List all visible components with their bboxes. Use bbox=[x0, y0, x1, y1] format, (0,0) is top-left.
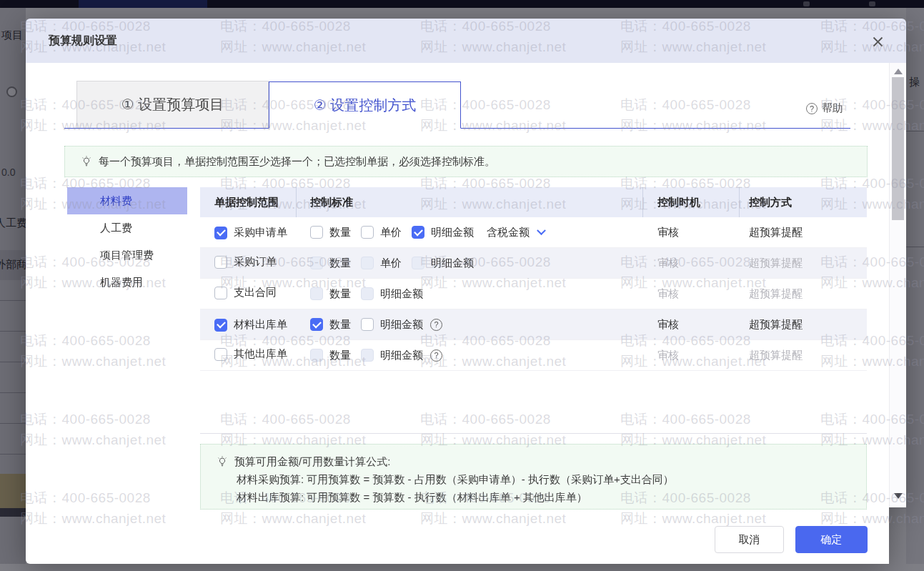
checkbox-label: 明细金额 bbox=[380, 349, 423, 362]
standard-checkbox[interactable]: 数量 bbox=[310, 226, 351, 239]
checkbox-label: 支出合同 bbox=[234, 286, 277, 299]
table-header-row: 单据控制范围 控制标准 控制时机 控制方式 bbox=[200, 187, 867, 217]
tab-set-budget-items[interactable]: ① 设置预算项目 bbox=[76, 81, 269, 128]
bulb-icon bbox=[81, 156, 92, 167]
close-icon bbox=[872, 36, 884, 48]
standard-checkbox[interactable]: 明细金额 bbox=[361, 318, 423, 332]
dialog-body: ① 设置预算项目 ② 设置控制方式 ? 帮助 bbox=[26, 63, 889, 564]
document-checkbox[interactable]: 材料出库单 bbox=[214, 318, 287, 332]
sidebar-budget-item[interactable]: 项目管理费 bbox=[67, 242, 187, 269]
help-circle-icon[interactable]: ? bbox=[430, 319, 442, 331]
confirm-button[interactable]: 确定 bbox=[795, 526, 868, 553]
checkbox-label: 数量 bbox=[329, 349, 351, 362]
checkbox-label: 数量 bbox=[329, 318, 351, 332]
budget-rules-dialog: 预算规则设置 ① 设置预算项目 ② 设置控制方式 ? 帮助 bbox=[26, 19, 906, 564]
checkbox-box bbox=[310, 349, 323, 362]
checkbox-label: 数量 bbox=[329, 226, 351, 239]
table-row: 支出合同数量明细金额审核超预算提醒 bbox=[200, 279, 867, 309]
checkbox-box bbox=[214, 227, 227, 239]
sidebar-budget-item[interactable]: 机器费用 bbox=[67, 269, 187, 296]
checkbox-label: 单价 bbox=[380, 257, 402, 270]
header-control-standard: 控制标准 bbox=[297, 187, 643, 217]
control-standard-cell: 数量明细金额? bbox=[297, 318, 643, 332]
standard-checkbox[interactable]: 单价 bbox=[361, 257, 402, 270]
standard-checkbox[interactable]: 明细金额 bbox=[412, 226, 474, 239]
checkbox-label: 采购订单 bbox=[234, 255, 277, 269]
scroll-down-icon[interactable] bbox=[894, 493, 903, 499]
table-row: 其他出库单数量明细金额?审核超预算提醒 bbox=[200, 340, 867, 371]
checkbox-box bbox=[412, 226, 424, 239]
dialog-scrollbar[interactable] bbox=[889, 63, 906, 507]
help-circle-icon[interactable]: ? bbox=[430, 349, 442, 362]
control-timing-value: 审核 bbox=[643, 226, 740, 239]
doc-scope-cell: 材料出库单 bbox=[200, 317, 297, 332]
wizard-tabs: ① 设置预算项目 ② 设置控制方式 ? 帮助 bbox=[64, 81, 850, 129]
tab-set-control-method[interactable]: ② 设置控制方式 bbox=[269, 81, 461, 129]
formula-line: 材料采购预算: 可用预算数 = 预算数 - 占用数（采购申请单）- 执行数（采购… bbox=[201, 470, 866, 488]
content-row: 材料费人工费项目管理费机器费用 单据控制范围 控制标准 控制时机 控制方式 采购… bbox=[67, 187, 889, 434]
control-standard-cell: 数量明细金额? bbox=[297, 349, 643, 362]
checkbox-box bbox=[361, 318, 374, 331]
checkbox-label: 明细金额 bbox=[380, 287, 423, 301]
control-standard-cell: 数量单价明细金额含税金额 bbox=[297, 226, 643, 239]
scrollbar-thumb[interactable] bbox=[892, 77, 904, 220]
sidebar-budget-item[interactable]: 人工费 bbox=[67, 214, 187, 242]
tax-amount-dropdown[interactable]: 含税金额 bbox=[487, 226, 545, 239]
checkbox-box bbox=[214, 256, 227, 269]
table-rows: 采购申请单数量单价明细金额含税金额审核超预算提醒采购订单数量单价明细金额审核超预… bbox=[200, 217, 867, 371]
checkbox-box bbox=[361, 349, 374, 362]
chevron-down-icon bbox=[537, 226, 546, 235]
checkbox-box bbox=[361, 257, 374, 269]
checkbox-label: 明细金额 bbox=[431, 226, 474, 239]
formula-title-row: 预算可用金额/可用数量计算公式: bbox=[201, 452, 866, 470]
checkbox-label: 明细金额 bbox=[431, 257, 474, 270]
standard-checkbox[interactable]: 明细金额 bbox=[361, 287, 423, 301]
doc-scope-cell: 采购订单 bbox=[200, 255, 297, 271]
checkbox-label: 采购申请单 bbox=[234, 226, 287, 239]
standard-checkbox[interactable]: 单价 bbox=[361, 226, 402, 239]
checkbox-label: 明细金额 bbox=[380, 318, 423, 332]
checkbox-box bbox=[310, 287, 323, 300]
cancel-button[interactable]: 取消 bbox=[715, 526, 784, 553]
screen: 项目 0.0 人工费 外部商 操 预算规则设置 bbox=[0, 0, 924, 571]
checkbox-box bbox=[214, 348, 227, 361]
sidebar-budget-item[interactable]: 材料费 bbox=[67, 187, 187, 214]
dialog-footer: 取消 确定 bbox=[26, 510, 889, 553]
notice-banner: 每一个预算项目，单据控制范围至少选择一个；已选控制单据，必须选择控制标准。 bbox=[64, 146, 868, 177]
control-standard-cell: 数量单价明细金额 bbox=[297, 257, 643, 270]
control-timing-value: 审核 bbox=[643, 349, 740, 362]
standard-checkbox[interactable]: 数量 bbox=[310, 318, 351, 332]
control-method-value: 超预算提醒 bbox=[740, 226, 867, 239]
help-link[interactable]: ? 帮助 bbox=[806, 101, 843, 115]
checkbox-box bbox=[310, 318, 323, 331]
standard-checkbox[interactable]: 数量 bbox=[310, 287, 351, 301]
table-row: 材料出库单数量明细金额?审核超预算提醒 bbox=[200, 309, 867, 340]
budget-item-list: 材料费人工费项目管理费机器费用 bbox=[67, 187, 187, 434]
close-button[interactable] bbox=[869, 33, 886, 50]
document-checkbox[interactable]: 采购订单 bbox=[214, 255, 277, 269]
notice-text: 每一个预算项目，单据控制范围至少选择一个；已选控制单据，必须选择控制标准。 bbox=[99, 155, 495, 169]
table-empty-space bbox=[200, 371, 867, 433]
control-method-value: 超预算提醒 bbox=[740, 318, 867, 332]
checkbox-box bbox=[310, 257, 323, 269]
checkbox-label: 数量 bbox=[329, 257, 351, 270]
checkbox-box bbox=[412, 257, 424, 269]
checkbox-box bbox=[214, 287, 227, 299]
checkbox-box bbox=[361, 226, 374, 239]
checkbox-box bbox=[361, 287, 374, 300]
control-timing-value: 审核 bbox=[643, 318, 740, 332]
checkbox-label: 其他出库单 bbox=[234, 347, 287, 361]
document-checkbox[interactable]: 支出合同 bbox=[214, 286, 277, 299]
control-method-value: 超预算提醒 bbox=[740, 257, 867, 270]
checkbox-box bbox=[310, 226, 323, 239]
scroll-up-icon[interactable] bbox=[894, 69, 903, 74]
bulb-icon bbox=[217, 456, 228, 467]
checkbox-label: 数量 bbox=[329, 287, 351, 301]
standard-checkbox[interactable]: 数量 bbox=[310, 349, 351, 362]
standard-checkbox[interactable]: 明细金额 bbox=[361, 349, 423, 362]
document-checkbox[interactable]: 采购申请单 bbox=[214, 226, 287, 239]
standard-checkbox[interactable]: 数量 bbox=[310, 257, 351, 270]
document-checkbox[interactable]: 其他出库单 bbox=[214, 347, 287, 361]
header-control-timing: 控制时机 bbox=[643, 187, 740, 217]
standard-checkbox[interactable]: 明细金额 bbox=[412, 257, 474, 270]
